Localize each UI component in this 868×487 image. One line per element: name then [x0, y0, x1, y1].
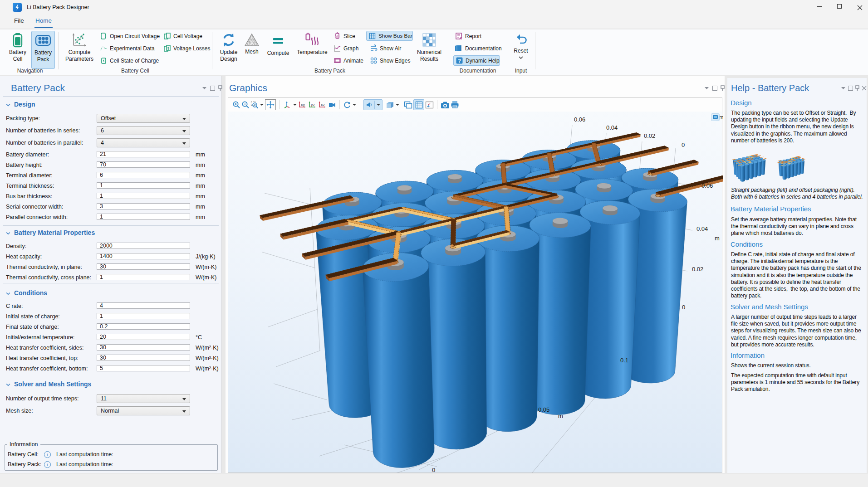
svg-text:0.04: 0.04 [606, 124, 618, 131]
svg-text:0.02: 0.02 [692, 266, 703, 273]
svg-text:m: m [715, 235, 720, 242]
svg-text:0: 0 [432, 467, 435, 473]
svg-text:0: 0 [682, 304, 685, 311]
svg-text:yz: yz [311, 102, 315, 107]
svg-text:0.05: 0.05 [538, 406, 549, 413]
svg-text:0.06: 0.06 [574, 116, 585, 123]
svg-text:?: ? [458, 58, 461, 63]
svg-text:0.1: 0.1 [620, 357, 628, 364]
svg-text:0.04: 0.04 [696, 225, 708, 232]
svg-text:xy: xy [301, 102, 305, 107]
svg-text:0: 0 [682, 141, 685, 148]
svg-text:xz: xz [321, 102, 325, 107]
svg-text:m: m [558, 413, 563, 419]
svg-text:0.02: 0.02 [644, 132, 655, 139]
svg-text:0.06: 0.06 [701, 182, 713, 189]
